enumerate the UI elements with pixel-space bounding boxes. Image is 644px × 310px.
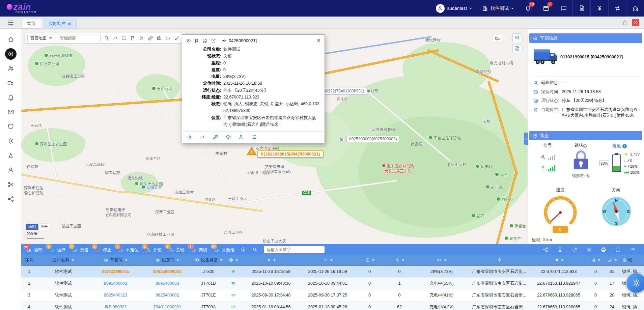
support-button[interactable] bbox=[626, 0, 644, 17]
clear-tool[interactable] bbox=[137, 34, 146, 42]
sort-icon[interactable] bbox=[177, 258, 179, 262]
map-search-input[interactable] bbox=[57, 34, 101, 42]
vehicle-locate-button[interactable] bbox=[493, 34, 502, 43]
chart-tool[interactable] bbox=[164, 34, 172, 42]
tab-home[interactable]: 首页 bbox=[21, 19, 41, 28]
battery-info-icon[interactable] bbox=[622, 144, 627, 148]
share-button[interactable] bbox=[543, 247, 548, 252]
legend-panel-button[interactable] bbox=[512, 33, 522, 42]
table-header-cell[interactable]: 锁... bbox=[620, 255, 644, 265]
close-all-button[interactable] bbox=[632, 19, 639, 26]
vehicle-marker[interactable] bbox=[339, 135, 345, 144]
detail-action[interactable] bbox=[251, 134, 257, 140]
table-header-cell[interactable]: 公司名称 bbox=[37, 255, 89, 265]
sort-icon[interactable] bbox=[561, 258, 563, 262]
snapshot-tool[interactable] bbox=[155, 34, 164, 42]
tab-realtime-monitor[interactable]: 实时监控 × bbox=[43, 19, 77, 28]
table-header-cell[interactable]: 车箱号 bbox=[89, 255, 142, 265]
zoom-search-tool[interactable] bbox=[102, 34, 111, 42]
table-header-cell[interactable]: 序号 bbox=[21, 255, 37, 265]
export-button[interactable] bbox=[572, 247, 577, 252]
map-canvas[interactable]: G15 石岩环湖碧道陌上花公园骏兴隆工业区玉山公园洲石路深圳生态养生园永臻三路塘… bbox=[21, 29, 528, 244]
box-number-link[interactable]: 011921990015 bbox=[102, 269, 130, 274]
pending-button[interactable] bbox=[557, 247, 563, 252]
table-header-cell[interactable] bbox=[587, 255, 604, 265]
table-header-cell[interactable] bbox=[300, 255, 355, 265]
billing-button[interactable] bbox=[572, 0, 590, 17]
table-header-cell[interactable] bbox=[530, 255, 587, 265]
keyword-search-input[interactable] bbox=[264, 246, 325, 253]
user-menu[interactable]: sudantest bbox=[431, 0, 477, 17]
sidebar-item-home[interactable] bbox=[0, 32, 21, 47]
sort-icon[interactable] bbox=[274, 258, 276, 262]
calendar-button[interactable]: 7 bbox=[537, 0, 555, 17]
sidebar-item-settings[interactable] bbox=[0, 134, 21, 148]
columns-button[interactable] bbox=[630, 247, 635, 252]
notifications-button[interactable]: 19 bbox=[519, 0, 537, 17]
measure-tool[interactable] bbox=[172, 34, 181, 42]
filter-running[interactable]: 0 运行 bbox=[49, 247, 65, 253]
filter-idle[interactable]: 0 怠速 bbox=[72, 247, 88, 253]
sort-icon[interactable] bbox=[125, 258, 127, 262]
device-id-link[interactable]: 8625400002 bbox=[156, 293, 179, 298]
sort-icon[interactable] bbox=[236, 258, 238, 262]
sidebar-item-vehicles[interactable] bbox=[0, 76, 21, 90]
sort-icon[interactable] bbox=[615, 258, 617, 262]
sidebar-item-security[interactable] bbox=[0, 119, 21, 134]
sort-icon[interactable] bbox=[372, 258, 374, 262]
detail-panel-button[interactable] bbox=[512, 44, 522, 53]
messages-button[interactable] bbox=[555, 0, 572, 17]
selected-vehicle-map-label[interactable]: 011921990015(804250900021) bbox=[257, 150, 324, 158]
battery-link[interactable]: 电池 bbox=[612, 143, 621, 149]
label-scale-toggle[interactable]: |1 bbox=[195, 38, 198, 43]
style-action[interactable] bbox=[225, 134, 231, 140]
transfer-button[interactable] bbox=[608, 0, 626, 17]
box-number-link[interactable]: 8625400323 bbox=[104, 293, 128, 298]
table-header-cell[interactable]: 设备类型 bbox=[193, 255, 224, 265]
sort-icon[interactable] bbox=[330, 258, 332, 262]
table-row[interactable]: 1 软件测试 011921990015 804250900021 JT800 2… bbox=[21, 266, 644, 278]
org-menu[interactable]: 软件测试 bbox=[477, 0, 519, 17]
fullscreen-button[interactable] bbox=[615, 247, 621, 252]
map-provider-select[interactable]: 百度地图 bbox=[27, 34, 55, 42]
ruler-tool[interactable] bbox=[146, 34, 155, 42]
table-header-cell[interactable]: 设备ID bbox=[142, 255, 193, 265]
box-number-link[interactable]: 粤B 980322 bbox=[104, 304, 127, 310]
track-action[interactable] bbox=[200, 134, 205, 140]
search-icon[interactable] bbox=[252, 247, 257, 252]
currency-button[interactable] bbox=[590, 0, 608, 17]
favorite-star-icon[interactable] bbox=[622, 20, 628, 26]
table-row[interactable]: 4 软件测试 粤B 980322 794011000931 JT709A 202… bbox=[21, 301, 644, 310]
command-action[interactable] bbox=[213, 134, 218, 140]
vehicle-map-label[interactable]: 8025300003(8025300003) bbox=[346, 136, 399, 142]
sidebar-item-personnel[interactable] bbox=[0, 61, 21, 76]
table-header-cell[interactable] bbox=[355, 255, 384, 265]
rect-select-tool[interactable] bbox=[120, 34, 129, 42]
route-tool[interactable] bbox=[111, 34, 120, 42]
table-row[interactable]: 2 软件测试 8095400003 8095400003 JT701D 2025… bbox=[21, 278, 644, 289]
driver-action[interactable] bbox=[238, 134, 244, 140]
layer-hybrid-button[interactable]: 混合 bbox=[38, 224, 50, 230]
sidebar-item-tools[interactable] bbox=[0, 177, 21, 192]
floating-service-button[interactable] bbox=[626, 273, 644, 293]
print-button[interactable] bbox=[601, 247, 606, 252]
box-number-link[interactable]: 8095400003 bbox=[104, 281, 128, 286]
sidebar-item-account[interactable] bbox=[0, 163, 21, 177]
table-header-cell[interactable] bbox=[224, 255, 242, 265]
sidebar-item-markers[interactable] bbox=[0, 148, 21, 163]
table-header-cell[interactable] bbox=[384, 255, 415, 265]
filter-inactive[interactable]: 54 未激活 bbox=[214, 247, 235, 253]
filter-offline[interactable]: 8 离线 bbox=[191, 247, 207, 253]
locate-action[interactable] bbox=[187, 134, 193, 140]
table-header-cell[interactable] bbox=[468, 255, 530, 265]
sort-icon[interactable] bbox=[444, 258, 446, 262]
popout-button[interactable] bbox=[211, 38, 216, 43]
table-header-cell[interactable] bbox=[415, 255, 468, 265]
follow-toggle[interactable] bbox=[186, 38, 191, 43]
filter-stopped[interactable]: 1 停止 bbox=[95, 247, 111, 253]
sort-icon[interactable] bbox=[220, 258, 222, 262]
sidebar-item-monitor[interactable] bbox=[0, 47, 21, 61]
sidebar-toggle-button[interactable] bbox=[0, 17, 21, 28]
save-view-button[interactable] bbox=[202, 38, 207, 43]
sort-icon[interactable] bbox=[402, 258, 404, 262]
